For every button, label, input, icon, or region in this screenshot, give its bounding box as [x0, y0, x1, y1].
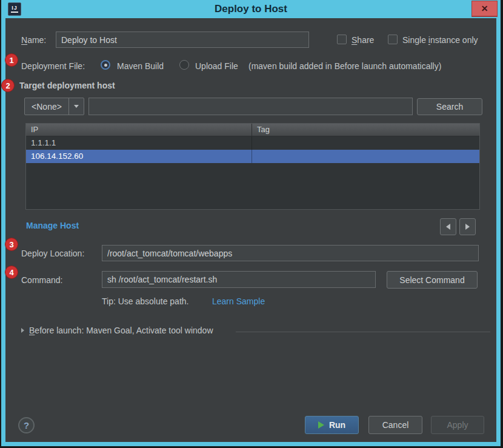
- upload-file-label[interactable]: Upload File: [195, 61, 238, 71]
- annotation-badge-2: 2: [1, 79, 15, 92]
- separator: [236, 332, 490, 332]
- single-instance-label: Single instance only: [402, 35, 478, 45]
- table-row-selected[interactable]: 106.14.152.60: [26, 150, 479, 163]
- right-arrow-icon: [465, 224, 470, 230]
- chevron-right-icon: [21, 328, 24, 333]
- tag-cell: [252, 150, 479, 163]
- name-input[interactable]: [56, 32, 309, 48]
- left-arrow-icon: [446, 224, 450, 230]
- ip-cell: 1.1.1.1: [26, 136, 252, 150]
- before-launch-toggle[interactable]: Before launch: Maven Goal, Activate tool…: [21, 326, 213, 335]
- share-checkbox[interactable]: [337, 35, 347, 44]
- maven-build-label[interactable]: Maven Build: [117, 61, 164, 71]
- help-button[interactable]: ?: [18, 417, 35, 433]
- deploy-to-host-dialog: IJ Deploy to Host ✕ Name: Share Single i…: [1, 0, 501, 446]
- learn-sample-link[interactable]: Learn Sample: [212, 296, 265, 306]
- deployment-file-label: Deployment File:: [21, 61, 85, 71]
- manage-host-link[interactable]: Manage Host: [26, 221, 79, 230]
- annotation-badge-1: 1: [5, 53, 18, 67]
- close-button[interactable]: ✕: [471, 1, 498, 17]
- host-search-input[interactable]: [88, 98, 413, 115]
- cancel-button[interactable]: Cancel: [368, 416, 422, 434]
- command-input[interactable]: [102, 271, 376, 288]
- deployment-file-note: (maven build added in Before launch auto…: [248, 61, 441, 71]
- dialog-content: Name: Share Single instance only Deploym…: [5, 18, 496, 442]
- run-label: Run: [329, 420, 345, 430]
- play-icon: [318, 421, 324, 429]
- command-label: Command:: [21, 275, 62, 285]
- name-label: Name:: [21, 35, 46, 45]
- before-launch-label: Before launch: Maven Goal, Activate tool…: [29, 326, 213, 335]
- annotation-badge-4: 4: [5, 266, 18, 279]
- target-host-label: Target deployment host: [19, 81, 115, 90]
- upload-file-radio[interactable]: [179, 60, 189, 70]
- column-header-ip[interactable]: IP: [26, 124, 252, 136]
- search-button[interactable]: Search: [417, 98, 482, 115]
- ip-cell: 106.14.152.60: [26, 150, 252, 163]
- host-table-header: IP Tag: [26, 124, 479, 136]
- host-table: IP Tag 1.1.1.1 106.14.152.60: [25, 123, 480, 210]
- host-filter-dropdown[interactable]: <None>: [24, 98, 84, 115]
- annotation-badge-3: 3: [5, 238, 18, 251]
- titlebar: IJ Deploy to Host ✕: [1, 0, 501, 18]
- chevron-down-icon[interactable]: [68, 98, 84, 115]
- run-button[interactable]: Run: [305, 416, 359, 434]
- apply-button: Apply: [431, 416, 484, 434]
- deploy-location-input[interactable]: [102, 245, 479, 261]
- tip-text: Tip: Use absolute path.: [102, 296, 188, 306]
- next-host-button[interactable]: [459, 218, 476, 235]
- share-label: Share: [351, 35, 374, 45]
- column-header-tag[interactable]: Tag: [252, 124, 479, 136]
- window-title: Deploy to Host: [1, 0, 501, 18]
- question-icon: ?: [24, 420, 29, 430]
- prev-host-button[interactable]: [440, 218, 456, 235]
- table-row[interactable]: 1.1.1.1: [26, 136, 479, 150]
- close-icon: ✕: [481, 4, 488, 13]
- maven-build-radio[interactable]: [101, 60, 110, 70]
- deploy-location-label: Deploy Location:: [21, 249, 84, 258]
- select-command-button[interactable]: Select Command: [387, 271, 478, 289]
- single-instance-checkbox[interactable]: [388, 35, 398, 44]
- tag-cell: [252, 136, 479, 150]
- host-filter-value: <None>: [25, 98, 68, 115]
